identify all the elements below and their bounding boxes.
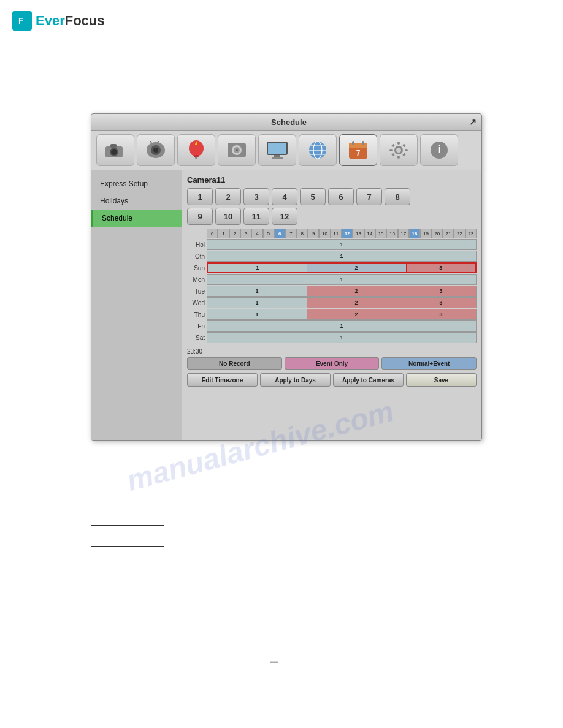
save-button[interactable]: Save [406,373,477,387]
svg-rect-29 [349,143,367,148]
day-row-wed: Wed 1 2 3 [187,297,477,308]
cam-btn-8[interactable]: 8 [385,188,410,205]
bottom-line-1 [91,525,164,526]
hour-22: 22 [454,229,465,238]
cam-btn-6[interactable]: 6 [328,188,354,205]
day-timeline-sat[interactable]: 1 [207,332,477,343]
seg-tue-2: 2 [307,286,406,296]
day-row-hol: Hol 1 [187,239,477,250]
cam-btn-7[interactable]: 7 [356,188,382,205]
hour-5: 5 [263,229,274,238]
hour-0: 0 [207,229,218,238]
bottom-dash: — [270,657,278,667]
day-timeline-oth[interactable]: 1 [207,251,477,262]
cam-btn-4[interactable]: 4 [272,188,297,205]
window-title-bar: Schedule ↗ [91,114,481,131]
day-timeline-sun[interactable]: 1 2 3 [207,262,477,273]
seg-sun-3: 3 [406,264,475,272]
svg-rect-39 [391,143,395,147]
day-timeline-tue[interactable]: 1 2 3 [207,286,477,297]
seg-thu-3: 3 [406,309,476,319]
camera-buttons-row1: 1 2 3 4 5 6 7 8 [187,188,477,205]
day-row-tue: Tue 1 2 3 [187,286,477,297]
content-area: Express Setup Holidays Schedule Camera11… [91,170,481,440]
svg-rect-35 [397,142,400,145]
schedule-window: Schedule ↗ [91,113,482,441]
hour-4: 4 [251,229,262,238]
day-timeline-wed[interactable]: 1 2 3 [207,297,477,308]
hour-3: 3 [240,229,251,238]
legend-normal-event[interactable]: Normal+Event [381,357,477,370]
day-name-sat: Sat [187,332,207,343]
svg-point-8 [153,148,158,153]
svg-rect-30 [352,141,354,145]
day-row-fri: Fri 1 [187,320,477,332]
cam-btn-1[interactable]: 1 [187,188,213,205]
cam-btn-11[interactable]: 11 [243,208,269,225]
cam-btn-3[interactable]: 3 [243,188,269,205]
hour-header-row: 0 1 2 3 4 5 6 7 8 9 10 11 12 13 [187,229,477,238]
cam-btn-12[interactable]: 12 [272,208,297,225]
hour-cells: 0 1 2 3 4 5 6 7 8 9 10 11 12 13 [207,229,477,238]
day-timeline-mon[interactable]: 1 [207,274,477,285]
settings-toolbar-icon[interactable] [380,134,418,166]
hour-8: 8 [297,229,308,238]
svg-rect-20 [268,143,286,154]
logo-text: EverFocus [36,13,105,29]
hour-13: 13 [353,229,364,238]
time-label: 23:30 [187,348,477,355]
hour-1: 1 [218,229,229,238]
seg-thu-1: 1 [207,309,307,319]
svg-rect-42 [402,153,406,156]
schedule-toolbar-icon[interactable]: 7 [339,134,377,166]
camera-buttons-row2: 9 10 11 12 [187,208,477,225]
sidebar-item-holidays[interactable]: Holidays [91,192,182,210]
hour-6: 6 [274,229,285,238]
toolbar: 7 i [91,131,481,170]
cam-btn-2[interactable]: 2 [215,188,241,205]
alarm-toolbar-icon[interactable] [177,134,215,166]
svg-line-10 [158,141,159,143]
cam-btn-5[interactable]: 5 [300,188,326,205]
edit-timezone-button[interactable]: Edit Timezone [187,373,258,387]
svg-rect-22 [272,157,283,159]
apply-to-days-button[interactable]: Apply to Days [260,373,331,387]
day-timeline-fri[interactable]: 1 [207,320,477,332]
svg-rect-38 [405,149,408,151]
monitor-toolbar-icon[interactable] [258,134,296,166]
hour-11: 11 [331,229,342,238]
seg-wed-1: 1 [207,298,307,308]
day-row-thu: Thu 1 2 3 [187,309,477,320]
bottom-line-3 [91,546,164,547]
network-toolbar-icon[interactable] [299,134,337,166]
hour-18: 18 [409,229,420,238]
cam-btn-10[interactable]: 10 [215,208,241,225]
svg-rect-40 [402,143,406,147]
hour-2: 2 [229,229,240,238]
svg-text:F: F [18,16,24,26]
day-row-sun: Sun 1 2 3 [187,262,477,273]
apply-to-cameras-button[interactable]: Apply to Cameras [333,373,404,387]
legend-no-record[interactable]: No Record [187,357,282,370]
hour-21: 21 [443,229,454,238]
cam-btn-9[interactable]: 9 [187,208,213,225]
hour-19: 19 [420,229,431,238]
hour-23: 23 [465,229,477,238]
hour-17: 17 [398,229,409,238]
svg-rect-21 [274,155,280,157]
bottom-line-2 [91,536,134,536]
svg-rect-14 [195,157,197,159]
sidebar-item-express-setup[interactable]: Express Setup [91,175,182,192]
camera-toolbar-icon[interactable] [96,134,134,166]
sidebar-item-schedule[interactable]: Schedule [91,210,182,227]
day-timeline-hol[interactable]: 1 [207,239,477,250]
window-close-icon[interactable]: ↗ [469,117,477,127]
day-timeline-thu[interactable]: 1 2 3 [207,309,477,320]
seg-sun-2: 2 [307,264,405,272]
legend-event-only[interactable]: Event Only [285,357,380,370]
info-toolbar-icon[interactable]: i [420,134,458,166]
record-toolbar-icon[interactable] [137,134,175,166]
legend-row: No Record Event Only Normal+Event [187,357,477,370]
hdd-toolbar-icon[interactable] [218,134,256,166]
svg-rect-5 [110,144,117,148]
